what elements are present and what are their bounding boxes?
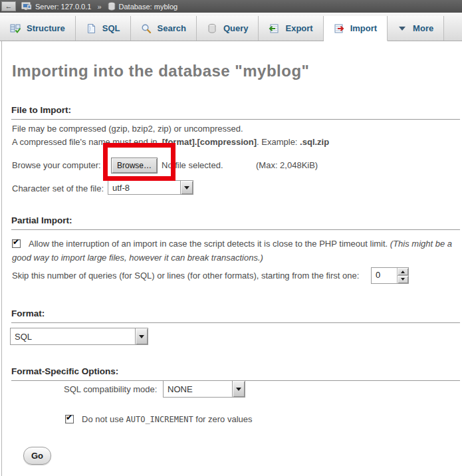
tab-more[interactable]: More (388, 16, 444, 41)
allow-interruption-row: ✔Allow the interruption of an import in … (12, 237, 454, 265)
sql-icon (86, 23, 96, 34)
tab-label: Export (285, 23, 312, 33)
breadcrumb-separator: » (97, 3, 101, 11)
tab-label: Structure (27, 23, 65, 33)
dropdown-arrow-icon[interactable] (180, 181, 193, 194)
check-icon: ✔ (66, 414, 72, 422)
help-line2-prefix: A compressed file's name must end in (12, 137, 160, 147)
charset-select[interactable]: utf-8 (108, 180, 193, 195)
database-icon (108, 2, 116, 11)
sql-compatibility-value: NONE (164, 384, 232, 394)
spinner-down-icon[interactable] (398, 275, 408, 283)
partial-import-heading: Partial Import: (11, 215, 460, 230)
chevron-down-icon (398, 25, 407, 32)
sql-compatibility-label: SQL compatibility mode: (64, 384, 157, 394)
spinner (397, 268, 408, 283)
auto-increment-code: AUTO_INCREMENT (126, 415, 193, 424)
go-button[interactable]: Go (23, 447, 51, 465)
allow-interruption-checkbox[interactable]: ✔ (12, 239, 21, 248)
max-upload-size: (Max: 2,048KiB) (256, 160, 318, 170)
search-icon (141, 23, 152, 34)
breadcrumb-database-link[interactable]: Database: myblog (119, 3, 178, 11)
auto-increment-checkbox[interactable]: ✔ (65, 415, 74, 423)
help-line1: File may be compressed (gzip, bzip2, zip… (12, 124, 243, 134)
auto-increment-row: ✔Do not use AUTO_INCREMENT for zero valu… (65, 414, 253, 424)
phpmyadmin-import-page: ← Server: 127.0.0.1 » Database: myblog (0, 0, 462, 476)
no-file-selected-text: No file selected. (162, 160, 223, 170)
tab-structure[interactable]: Structure (0, 16, 76, 41)
export-icon (269, 23, 279, 34)
tab-label: Search (158, 23, 186, 33)
help-line2-mid: . Example: (257, 137, 300, 147)
help-format-pattern: .[format].[compression] (160, 137, 257, 147)
check-icon: ✔ (13, 238, 19, 247)
tab-search[interactable]: Search (131, 16, 197, 41)
sql-compatibility-select[interactable]: NONE (163, 380, 245, 398)
tab-bar: Structure SQL Search Query (0, 13, 462, 41)
browse-label: Browse your computer: (12, 160, 101, 170)
compression-help-text: File may be compressed (gzip, bzip2, zip… (12, 122, 329, 149)
tab-import[interactable]: Import (324, 16, 388, 41)
page-title: Importing into the database "myblog" (12, 62, 309, 80)
query-icon (207, 23, 217, 34)
tab-label: SQL (102, 23, 120, 33)
tab-label: Query (223, 23, 249, 33)
breadcrumb-bar: ← Server: 127.0.0.1 » Database: myblog (0, 0, 462, 13)
back-button[interactable]: ← (1, 1, 16, 11)
auto-increment-label-prefix: Do not use (82, 414, 126, 424)
skip-queries-label: Skip this number of queries (for SQL) or… (12, 271, 359, 281)
breadcrumb-server-link[interactable]: Server: 127.0.0.1 (35, 3, 91, 11)
format-specific-options-heading: Format-Specific Options: (11, 366, 460, 381)
spinner-up-icon[interactable] (398, 268, 408, 275)
charset-label: Character set of the file: (12, 183, 104, 193)
browse-button[interactable]: Browse… (111, 158, 158, 174)
dropdown-arrow-icon[interactable] (232, 381, 245, 397)
tab-export[interactable]: Export (259, 16, 323, 41)
skip-queries-input[interactable]: 0 (371, 267, 409, 284)
charset-select-value: utf-8 (108, 183, 180, 193)
dropdown-arrow-icon[interactable] (135, 328, 148, 344)
structure-icon (10, 23, 21, 34)
skip-queries-value: 0 (372, 268, 397, 283)
tab-sql[interactable]: SQL (76, 16, 131, 41)
auto-increment-label-suffix: for zero values (193, 414, 253, 424)
breadcrumb: Server: 127.0.0.1 » Database: myblog (21, 2, 177, 11)
tab-query[interactable]: Query (197, 16, 259, 41)
import-icon (334, 23, 344, 34)
tab-label: More (413, 23, 433, 33)
help-example: .sql.zip (300, 137, 329, 147)
panel-left-border (1, 41, 2, 476)
file-to-import-heading: File to Import: (11, 105, 460, 120)
format-heading: Format: (11, 308, 460, 323)
allow-interruption-label: Allow the interruption of an import in c… (29, 239, 390, 249)
server-icon (21, 2, 32, 11)
format-select-value: SQL (11, 332, 135, 342)
format-select[interactable]: SQL (10, 328, 148, 345)
tab-label: Import (350, 23, 377, 33)
